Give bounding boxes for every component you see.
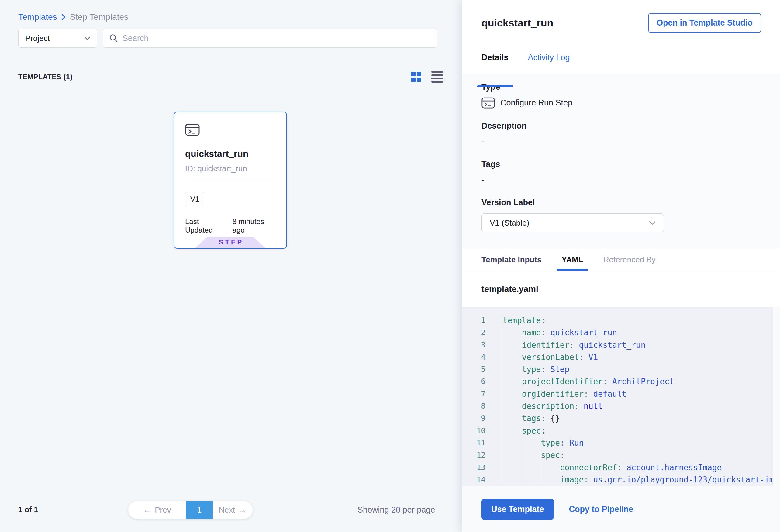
yaml-line: 9 tags: {} (462, 412, 780, 424)
indent-guide (541, 462, 541, 486)
grid-view-icon[interactable] (411, 72, 421, 82)
template-list-panel: Templates Step Templates Project TEMPLAT… (0, 0, 462, 532)
last-updated-row: Last Updated 8 minutes ago (185, 217, 276, 234)
yaml-lines: 1template:2 name: quickstart_run3 identi… (462, 315, 780, 486)
last-updated-label: Last Updated (185, 217, 226, 234)
yaml-filename: template.yaml (482, 284, 538, 294)
breadcrumb: Templates Step Templates (18, 12, 128, 22)
yaml-sub-tabs: Template Inputs YAML Referenced By (462, 249, 780, 271)
chevron-right-icon (61, 14, 66, 20)
breadcrumb-current: Step Templates (70, 12, 129, 22)
page-total-label: 1 of 1 (18, 505, 38, 514)
run-step-icon (185, 124, 276, 136)
version-badge: V1 (185, 192, 204, 206)
panel-title: quickstart_run (482, 17, 553, 29)
type-value: Configure Run Step (500, 98, 572, 108)
step-type-badge: STEP (195, 237, 266, 248)
template-details-panel: quickstart_run Open in Template Studio D… (462, 0, 780, 532)
card-divider (185, 181, 276, 182)
panel-actions: Use Template Copy to Pipeline (462, 486, 780, 532)
details-section: Type Configure Run Step Description - Ta… (462, 75, 780, 249)
yaml-line: 14 image: us.gcr.io/playground-123/quick… (462, 474, 780, 486)
view-toggles (411, 71, 443, 83)
indent-guide (522, 437, 522, 486)
yaml-line: 5 type: Step (462, 363, 780, 376)
copy-to-pipeline-link[interactable]: Copy to Pipeline (569, 504, 633, 514)
search-input[interactable] (123, 34, 431, 43)
yaml-line: 3 identifier: quickstart_run (462, 339, 780, 351)
page-1-button[interactable]: 1 (186, 501, 213, 519)
panel-header: quickstart_run Open in Template Studio (462, 0, 780, 46)
tab-activity-log[interactable]: Activity Log (528, 53, 570, 74)
prev-page-button[interactable]: ← Prev (128, 501, 186, 519)
yaml-line: 7 orgIdentifier: default (462, 388, 780, 400)
active-tab-underline (556, 269, 588, 271)
details-tabs: Details Activity Log (462, 46, 780, 75)
description-value: - (482, 137, 761, 146)
use-template-button[interactable]: Use Template (482, 499, 554, 520)
yaml-line: 1template: (462, 315, 780, 327)
version-label: Version Label (482, 198, 761, 207)
version-select-value: V1 (Stable) (490, 218, 529, 228)
yaml-editor[interactable]: 1template:2 name: quickstart_run3 identi… (462, 307, 780, 486)
arrow-right-icon: → (239, 505, 247, 515)
search-icon (109, 34, 118, 43)
yaml-line: 4 versionLabel: V1 (462, 351, 780, 363)
open-template-studio-button[interactable]: Open in Template Studio (648, 13, 761, 33)
list-view-icon[interactable] (431, 71, 443, 83)
type-value-row: Configure Run Step (482, 97, 761, 108)
indent-guide (503, 327, 503, 486)
search-field (103, 29, 437, 48)
breadcrumb-templates-link[interactable]: Templates (18, 12, 57, 22)
chevron-down-icon (84, 37, 90, 40)
next-page-button[interactable]: Next → (213, 501, 253, 519)
yaml-line: 12 spec: (462, 449, 780, 461)
yaml-line: 11 type: Run (462, 437, 780, 449)
editor-scrollbar[interactable] (773, 307, 780, 486)
yaml-line: 10 spec: (462, 425, 780, 437)
last-updated-value: 8 minutes ago (233, 217, 276, 234)
scope-select[interactable]: Project (18, 29, 97, 48)
pagination-control: ← Prev 1 Next → (128, 501, 253, 519)
chevron-down-icon (649, 221, 656, 225)
templates-count-label: TEMPLATES (1) (18, 73, 72, 81)
yaml-line: 8 description: null (462, 400, 780, 412)
arrow-left-icon: ← (143, 505, 151, 515)
template-card[interactable]: quickstart_run ID: quickstart_run V1 Las… (174, 111, 287, 249)
per-page-label: Showing 20 per page (357, 505, 435, 515)
card-id: ID: quickstart_run (185, 164, 276, 173)
run-step-icon (482, 97, 495, 108)
version-select[interactable]: V1 (Stable) (482, 213, 664, 232)
tags-value: - (482, 175, 761, 185)
tab-details[interactable]: Details (482, 53, 508, 74)
tab-template-inputs[interactable]: Template Inputs (482, 249, 541, 271)
yaml-filename-bar: template.yaml (462, 271, 780, 307)
tags-label: Tags (482, 160, 761, 169)
yaml-line: 2 name: quickstart_run (462, 327, 780, 339)
description-label: Description (482, 121, 761, 131)
tab-referenced-by[interactable]: Referenced By (603, 249, 656, 271)
tab-yaml[interactable]: YAML (562, 249, 583, 271)
list-controls: Project (18, 29, 437, 48)
scope-select-value: Project (25, 34, 50, 43)
type-label: Type (482, 82, 761, 92)
yaml-line: 13 connectorRef: account.harnessImage (462, 462, 780, 474)
templates-page: Templates Step Templates Project TEMPLAT… (0, 0, 780, 532)
active-tab-underline (477, 85, 513, 87)
card-title: quickstart_run (185, 149, 276, 159)
yaml-line: 6 projectIdentifier: ArchitProject (462, 376, 780, 388)
